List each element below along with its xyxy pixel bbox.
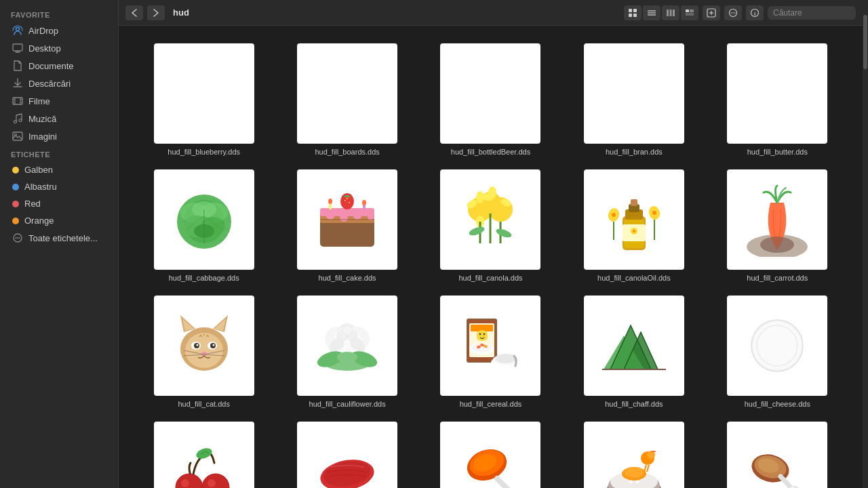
file-name: hud_fill_butter.dds — [747, 148, 808, 156]
sidebar-item-airdrop[interactable]: AirDrop — [4, 22, 114, 39]
svg-point-57 — [347, 198, 348, 199]
file-name: hud_fill_cat.dds — [178, 400, 229, 408]
svg-point-89 — [612, 213, 616, 217]
file-item[interactable]: hud_fill_canola.dds — [419, 163, 562, 289]
file-thumbnail — [584, 422, 684, 488]
file-thumbnail — [584, 169, 684, 270]
sidebar-item-label: Galben — [24, 165, 53, 175]
file-item[interactable]: hud_fill_cheese.dds — [706, 289, 849, 415]
scrollbar-thumb[interactable] — [863, 15, 867, 69]
column-view-button[interactable] — [662, 5, 679, 20]
sidebar: Favorite AirDrop Desktop D — [0, 0, 119, 488]
file-item[interactable]: hud_fill_chickenRice.dds — [562, 415, 705, 488]
search-input[interactable] — [768, 6, 856, 20]
sidebar-item-documente[interactable]: Documente — [4, 58, 114, 74]
forward-button[interactable] — [147, 5, 165, 20]
file-grid: hud_fill_blueberry.dds hud_fill_boards.d… — [119, 26, 863, 488]
file-item[interactable]: hud_fill_chickenLeg2.dds — [706, 415, 849, 488]
svg-point-151 — [195, 446, 213, 460]
file-item[interactable]: hud_fill_carrot.dds — [706, 163, 849, 289]
file-item[interactable]: hud_fill_cake.dds — [275, 163, 418, 289]
svg-rect-18 — [633, 9, 637, 12]
svg-point-84 — [633, 230, 635, 232]
svg-point-71 — [488, 186, 496, 199]
file-name: hud_fill_blueberry.dds — [167, 148, 240, 156]
list-view-button[interactable] — [643, 5, 660, 20]
back-button[interactable] — [125, 5, 143, 20]
sidebar-item-galben[interactable]: Galben — [4, 162, 114, 178]
file-item[interactable]: hud_fill_cauliflower.dds — [275, 289, 418, 415]
tag-button[interactable] — [724, 5, 742, 20]
icon-view-button[interactable] — [624, 5, 642, 20]
svg-point-50 — [326, 213, 334, 220]
file-item[interactable]: hud_fill_bottledBeer.dds — [419, 37, 562, 163]
sidebar-item-red[interactable]: Red — [4, 196, 114, 211]
sidebar-item-label: Descărcări — [28, 79, 71, 89]
info-button[interactable]: i — [746, 5, 764, 20]
svg-point-15 — [17, 237, 18, 239]
file-item[interactable]: hud_fill_blueberry.dds — [132, 37, 275, 163]
share-button[interactable] — [703, 5, 720, 20]
svg-rect-20 — [633, 14, 637, 17]
sidebar-item-label: AirDrop — [28, 26, 58, 36]
sidebar-item-descarcari[interactable]: Descărcări — [4, 75, 114, 92]
sidebar-item-albastru[interactable]: Albastru — [4, 179, 114, 195]
svg-rect-27 — [686, 9, 689, 12]
desktop-icon — [12, 43, 23, 54]
svg-point-154 — [181, 479, 189, 487]
svg-point-34 — [731, 12, 732, 14]
sidebar-item-filme[interactable]: Filme — [4, 93, 114, 109]
sidebar-item-toate[interactable]: Toate etichetele... — [4, 230, 114, 246]
svg-point-120 — [351, 338, 361, 349]
sidebar-item-desktop[interactable]: Desktop — [4, 40, 114, 56]
toolbar: hud i — [119, 0, 863, 26]
svg-text:i: i — [754, 10, 755, 16]
sidebar-item-label: Desktop — [28, 43, 61, 54]
sidebar-item-muzica[interactable]: Muzică — [4, 110, 114, 127]
file-item[interactable]: hud_fill_chickenBreast.dds — [275, 415, 418, 488]
svg-rect-24 — [667, 9, 669, 16]
etichete-section-label: Etichete — [0, 145, 118, 161]
svg-point-103 — [196, 344, 198, 346]
file-name: hud_fill_bran.dds — [606, 148, 663, 156]
file-item[interactable]: hud_fill_butter.dds — [706, 37, 849, 163]
svg-point-76 — [495, 227, 513, 239]
file-item[interactable]: hud_fill_cereal.dds — [419, 289, 562, 415]
svg-point-138 — [477, 330, 488, 341]
svg-point-56 — [349, 202, 350, 203]
film-icon — [12, 96, 23, 106]
file-name: hud_fill_bottledBeer.dds — [451, 148, 530, 156]
sidebar-item-label: Documente — [28, 61, 73, 71]
file-name: hud_fill_cabbage.dds — [169, 274, 239, 282]
file-item[interactable]: hud_fill_cabbage.dds — [132, 163, 275, 289]
file-name: hud_fill_chaff.dds — [605, 400, 663, 408]
svg-point-75 — [468, 225, 486, 237]
svg-point-86 — [652, 211, 656, 215]
file-item[interactable]: hud_fill_bran.dds — [562, 37, 705, 163]
file-item[interactable]: hud_fill_canolaOil.dds — [562, 163, 705, 289]
download-icon — [12, 78, 23, 89]
file-item[interactable]: hud_fill_cat.dds — [132, 289, 275, 415]
file-thumbnail — [154, 296, 254, 396]
svg-point-152 — [176, 474, 203, 488]
svg-point-118 — [342, 325, 352, 335]
file-thumbnail — [440, 169, 540, 270]
svg-point-124 — [337, 352, 357, 363]
file-item[interactable]: hud_fill_boards.dds — [275, 37, 418, 163]
sidebar-item-orange[interactable]: Orange — [4, 213, 114, 228]
sidebar-item-label: Toate etichetele... — [28, 233, 98, 243]
window-scrollbar[interactable] — [863, 0, 868, 488]
file-item[interactable]: hud_fill_chaff.dds — [562, 289, 705, 415]
view-mode-buttons — [624, 5, 698, 20]
svg-rect-26 — [673, 9, 675, 16]
favorite-section-label: Favorite — [0, 5, 118, 22]
albastru-dot — [12, 184, 19, 190]
sidebar-item-imagini[interactable]: Imagini — [4, 128, 114, 144]
file-thumbnail — [297, 43, 397, 144]
main-content: hud i — [119, 0, 863, 488]
gallery-view-button[interactable] — [681, 5, 698, 20]
file-item[interactable]: hud_fill_chickenLeg.dds — [419, 415, 562, 488]
photo-icon — [12, 131, 23, 142]
sidebar-item-label: Red — [24, 199, 41, 209]
file-item[interactable]: hud_fill_cherry.dds — [132, 415, 275, 488]
